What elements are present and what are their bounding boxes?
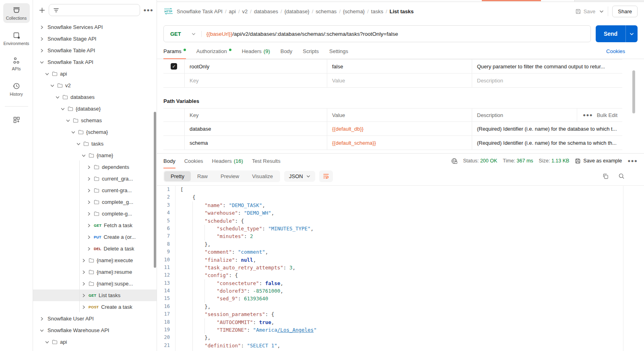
tab-params[interactable]: Params [163, 44, 186, 59]
tree-item-current-gra-[interactable]: current-gra... [33, 185, 157, 196]
tree-item--name-execute[interactable]: {name}:execute [33, 255, 157, 266]
tree-item-complete-g-[interactable]: complete-g... [33, 208, 157, 220]
breadcrumb-segment[interactable]: v2 [242, 8, 248, 14]
breadcrumb-segment[interactable]: schemas [316, 8, 336, 14]
view-mode-preview[interactable]: Preview [214, 171, 246, 181]
search-icon[interactable] [618, 173, 625, 179]
breadcrumb-segment[interactable]: {database} [285, 8, 310, 14]
sidebar-scrollbar[interactable] [154, 112, 156, 268]
request-scrollbar[interactable] [632, 70, 635, 113]
sidebar-more-icon[interactable]: ●●● [143, 7, 153, 13]
tree-item-label: complete-g... [102, 211, 132, 217]
tree-item-snowflake-stage-api[interactable]: Snowflake Stage API [33, 33, 157, 45]
tree-item-snowflake-task-api[interactable]: Snowflake Task API [33, 56, 157, 68]
param-value[interactable]: false [327, 60, 472, 73]
tree-item-label: dependents [102, 164, 129, 170]
view-mode-pretty[interactable]: Pretty [164, 171, 191, 181]
response-tab-body[interactable]: Body [163, 154, 175, 168]
variable-value[interactable]: {{default_schema}} [327, 136, 472, 150]
tree-item-api[interactable]: api [33, 336, 157, 348]
variable-value[interactable]: {{default_db}} [327, 122, 472, 135]
tree-item-v2[interactable]: v2 [33, 80, 157, 91]
tree-item-current-gra-[interactable]: current_gra... [33, 173, 157, 185]
line-number: 19 [157, 326, 175, 334]
response-body-editor[interactable]: 1[2{3"name": "DEMO_TASK",4"warehouse": "… [157, 185, 644, 351]
tree-request-delete-a-task[interactable]: DELDelete a task [33, 243, 157, 255]
rail-item-apis[interactable]: APIs [3, 54, 30, 74]
tree-item-schemas[interactable]: schemas [33, 115, 157, 126]
breadcrumb-segment[interactable]: databases [254, 8, 278, 14]
bulk-edit-button[interactable]: ●●●Bulk Edit [577, 109, 617, 121]
tab-label: Params [163, 48, 182, 54]
param-key-placeholder[interactable]: Key [184, 74, 327, 87]
save-options-chevron[interactable] [599, 10, 604, 13]
tree-item--schema-[interactable]: {schema} [33, 126, 157, 138]
path-variables-title: Path Variables [163, 98, 644, 104]
tree-request-fetch-a-task[interactable]: GETFetch a task [33, 220, 157, 231]
breadcrumb-segment[interactable]: {schema} [343, 8, 365, 14]
param-key[interactable]: rootOnly [184, 60, 327, 73]
param-value-placeholder[interactable]: Value [327, 74, 472, 87]
sidebar-filter-input[interactable] [49, 4, 140, 16]
response-view-modes: PrettyRawPreviewVisualize [163, 170, 280, 182]
variable-key[interactable]: schema [184, 136, 327, 150]
breadcrumb-separator: / [367, 8, 369, 14]
tree-item--name-resume[interactable]: {name}:resume [33, 266, 157, 278]
tree-request-create-a-or-[interactable]: PUTCreate a (or... [33, 231, 157, 243]
cookies-link[interactable]: Cookies [606, 48, 625, 54]
tab-body[interactable]: Body [281, 44, 293, 59]
response-tab-test-results[interactable]: Test Results [252, 154, 281, 168]
breadcrumb-segment[interactable]: tasks [371, 8, 383, 14]
tab-settings[interactable]: Settings [329, 44, 348, 59]
save-as-example-button[interactable]: Save as example [575, 158, 622, 164]
method-selector[interactable]: GET [164, 31, 201, 37]
rail-item-environments[interactable]: Environments [3, 29, 30, 48]
tab-label: Cookies [184, 158, 203, 164]
format-selector[interactable]: JSON [284, 171, 315, 182]
tree-item-api[interactable]: api [33, 68, 157, 80]
tree-item-databases[interactable]: databases [33, 91, 157, 103]
variable-description[interactable]: (Required) Identifier (i.e. name) for th… [472, 136, 622, 150]
view-mode-visualize[interactable]: Visualize [246, 171, 279, 181]
save-button[interactable]: Save [575, 8, 596, 14]
url-input[interactable]: {{baseUrl}}/api/v2/databases/:database/s… [201, 31, 590, 37]
send-options-chevron[interactable] [625, 25, 638, 42]
chevron-down-icon [66, 119, 70, 123]
tree-item-snowflake-table-api[interactable]: Snowflake Table API [33, 45, 157, 56]
rail-item-collections[interactable]: Collections [3, 3, 30, 23]
share-button[interactable]: Share [612, 6, 638, 17]
tab-authorization[interactable]: Authorization [196, 44, 231, 59]
response-tab-headers[interactable]: Headers (16) [212, 154, 243, 168]
tree-item-tasks[interactable]: tasks [33, 138, 157, 150]
tab-scripts[interactable]: Scripts [303, 44, 319, 59]
tree-request-list-tasks[interactable]: GETList tasks [33, 289, 157, 301]
tree-item-complete-g-[interactable]: complete_g... [33, 196, 157, 208]
tree-item--name-suspe-[interactable]: {name}:suspe... [33, 278, 157, 289]
line-number: 10 [157, 256, 175, 264]
tree-item--name-[interactable]: {name} [33, 150, 157, 161]
tree-item--database-[interactable]: {database} [33, 103, 157, 115]
view-mode-raw[interactable]: Raw [191, 171, 214, 181]
copy-icon[interactable] [603, 173, 609, 179]
breadcrumb-segment[interactable]: api [229, 8, 236, 14]
tree-item-snowflake-warehouse-api[interactable]: Snowflake Warehouse API [33, 324, 157, 336]
param-description[interactable]: Query parameter to filter the command ou… [472, 60, 622, 73]
param-description-placeholder[interactable]: Description [472, 74, 622, 87]
rail-item-more-tools[interactable] [3, 113, 30, 126]
variable-description[interactable]: (Required) Identifier (i.e. name) for th… [472, 122, 622, 135]
response-more-icon[interactable]: ●●● [627, 158, 638, 164]
breadcrumb-segment[interactable]: Snowflake Task API [177, 8, 223, 14]
tree-item-snowflake-services-api[interactable]: Snowflake Services API [33, 21, 157, 33]
chevron-right-icon [87, 235, 91, 239]
rail-item-history[interactable]: History [3, 79, 30, 99]
tree-item-snowflake-user-api[interactable]: Snowflake User API [33, 313, 157, 324]
param-checkbox[interactable]: ✓ [171, 63, 177, 70]
new-collection-button[interactable] [39, 7, 45, 14]
tree-request-create-a-task[interactable]: POSTCreate a task [33, 301, 157, 313]
send-button[interactable]: Send [596, 25, 625, 42]
variable-key[interactable]: database [184, 122, 327, 135]
response-tab-cookies[interactable]: Cookies [184, 154, 203, 168]
tab-headers[interactable]: Headers (9) [242, 44, 270, 59]
tree-item-dependents[interactable]: dependents [33, 161, 157, 173]
wrap-lines-button[interactable] [319, 170, 333, 182]
